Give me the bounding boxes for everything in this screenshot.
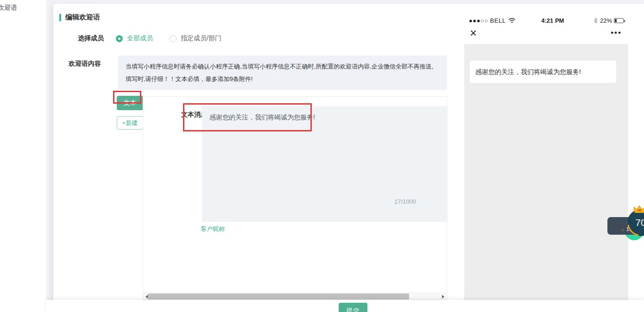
score-value: 70 [629,211,644,235]
add-new-attachment-button[interactable]: +新建 [117,116,143,130]
attachment-editor-panel: 文本消息: 感谢您的关注，我们将竭诚为您服务! 17/1000 客户昵称 [143,96,447,300]
scrollbar-thumb[interactable] [148,293,409,300]
breadcrumb: 欢迎语 [0,4,17,12]
battery-icon [614,18,624,23]
phone-preview: ●●●○○ BELL 4:21 PM 22% × ••• 感谢您的关注 [464,13,628,300]
carrier-signal-label: ●●●○○ BELL [469,17,506,24]
close-icon[interactable]: × [470,27,477,39]
phone-chat-area: 感谢您的关注，我们将竭诚为您服务! [464,44,628,300]
char-counter: 17/1000 [394,197,416,207]
welcome-content-label: 欢迎语内容 [69,60,101,68]
submit-button[interactable]: 提交 [339,303,367,312]
edit-welcome-card: 编辑欢迎语 选择成员 全部成员 指定成员/部门 欢迎语内容 当填写小程序信息时请… [53,4,644,300]
insert-customer-nickname-link[interactable]: 客户昵称 [201,225,225,233]
vip-crown-icon: VIP [633,205,644,213]
message-textarea[interactable]: 感谢您的关注，我们将竭诚为您服务! 17/1000 [202,106,448,222]
phone-toolbar: × ••• [464,25,628,40]
more-menu-icon[interactable]: ••• [611,28,622,37]
battery-percent: 22% [600,17,612,24]
message-text: 感谢您的关注，我们将竭诚为您服务! [209,113,315,121]
phone-status-bar: ●●●○○ BELL 4:21 PM 22% [464,13,628,25]
download-arrow-icon: ↓ [621,226,624,233]
status-right-cluster: 22% [593,17,624,24]
notice-box: 当填写小程序信息时请务必确认小程序正确,当填写小程序信息不正确时,所配置的欢迎语… [118,56,447,90]
radio-specific-members-label[interactable]: 指定成员/部门 [181,34,221,43]
welcome-message-bubble: 感谢您的关注，我们将竭诚为您服务! [470,61,616,83]
member-select-row: 选择成员 全部成员 指定成员/部门 [78,34,221,43]
member-select-label: 选择成员 [78,34,104,43]
horizontal-scrollbar[interactable] [143,293,447,300]
radio-unselected-icon[interactable] [170,35,177,42]
bluetooth-icon [593,18,598,24]
text-attachment-tab[interactable]: 文本 [117,96,143,110]
title-accent-bar [59,14,61,21]
radio-all-members-label[interactable]: 全部成员 [127,34,153,43]
card-title: 编辑欢迎语 [59,13,100,22]
svg-text:VIP: VIP [637,209,642,212]
radio-all-members[interactable]: 全部成员 [116,34,153,43]
status-time: 4:21 PM [512,17,593,24]
scroll-right-arrow-icon[interactable] [440,293,447,300]
radio-selected-icon[interactable] [116,35,123,42]
page-title: 编辑欢迎语 [65,13,100,22]
radio-specific-members[interactable]: 指定成员/部门 [170,34,221,43]
